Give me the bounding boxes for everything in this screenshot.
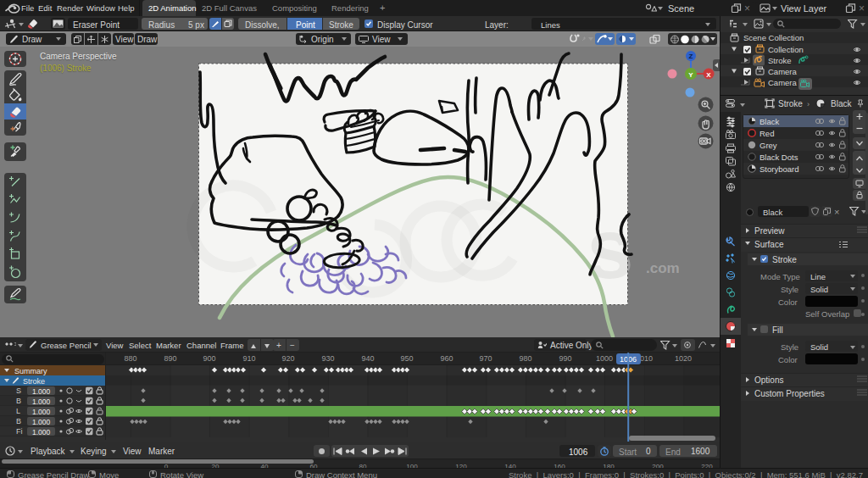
svg-text:X: X	[706, 71, 711, 79]
svg-text:Camera: Camera	[768, 67, 798, 76]
svg-text:Camera: Camera	[768, 78, 798, 87]
svg-text:Red: Red	[760, 129, 774, 138]
svg-text:Stroke: Stroke	[768, 56, 791, 65]
svg-text:Y: Y	[688, 71, 693, 79]
svg-text:Black Dots: Black Dots	[760, 153, 798, 162]
svg-text:.com: .com	[646, 260, 680, 276]
svg-text:Collection: Collection	[768, 45, 804, 54]
svg-text:Black: Black	[760, 117, 779, 126]
svg-text:Scene Collection: Scene Collection	[743, 33, 804, 42]
svg-text:Z: Z	[689, 53, 693, 60]
svg-text:Grey: Grey	[760, 141, 777, 150]
svg-text:Storyboard: Storyboard	[760, 164, 798, 174]
